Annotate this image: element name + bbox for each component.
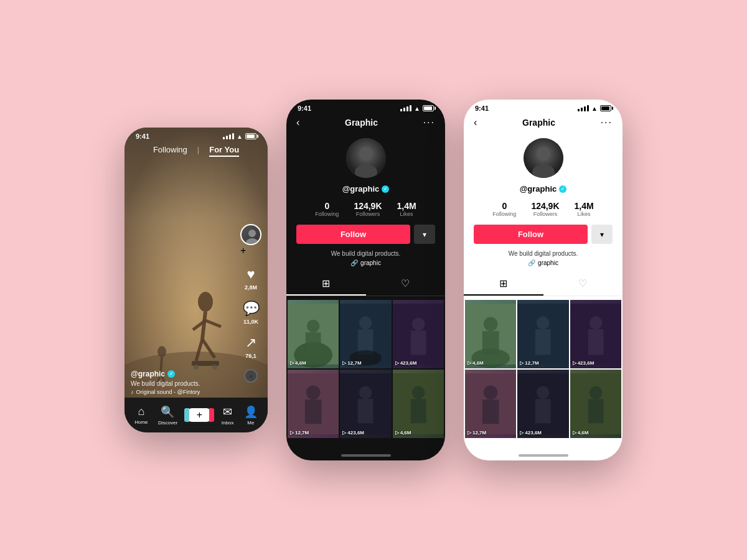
view-count-r4: ▷ 12,7M [467, 430, 486, 436]
status-time-mid: 9:41 [298, 105, 311, 112]
profile-avatar-right [524, 138, 563, 178]
follow-button-mid[interactable]: Follow [296, 225, 410, 244]
svg-point-11 [157, 346, 166, 357]
svg-rect-33 [305, 399, 322, 424]
following-label-right: Following [492, 211, 516, 217]
back-button-right[interactable]: ‹ [474, 117, 477, 128]
profile-link-right: 🔗 graphic [464, 259, 622, 266]
signal-icon-right [578, 105, 589, 111]
nav-me-label: Me [247, 420, 254, 426]
profile-icon: 👤 [244, 405, 258, 419]
wifi-icon-right: ▲ [591, 105, 598, 112]
nav-me[interactable]: 👤 Me [244, 405, 258, 426]
dropdown-button-mid[interactable]: ▾ [414, 225, 435, 244]
avatar-container-mid [286, 133, 445, 184]
tab-videos-right[interactable]: ⊞ [464, 273, 543, 296]
profile-link-mid: 🔗 graphic [286, 259, 445, 266]
stat-likes-mid: 1,4M Likes [397, 201, 416, 217]
follow-button-right[interactable]: Follow [474, 225, 588, 244]
verified-badge-mid: ✓ [382, 185, 389, 193]
creator-avatar[interactable]: + [240, 224, 261, 256]
svg-point-32 [306, 385, 321, 399]
music-note-icon: ♪ [131, 389, 134, 395]
dropdown-button-right[interactable]: ▾ [591, 225, 613, 244]
username-text-right: @graphic [520, 184, 557, 194]
content-tabs-mid: ⊞ ♡ [286, 273, 445, 296]
profile-title-mid: Graphic [345, 118, 378, 128]
link-text-mid: graphic [360, 259, 381, 266]
tab-videos-mid[interactable]: ⊞ [286, 273, 366, 296]
like-button[interactable]: ♥ 2,8M [245, 266, 257, 291]
battery-icon-right [600, 105, 611, 111]
username-text-mid: @graphic [342, 184, 380, 194]
video-thumb-r4[interactable]: ▷ 12,7M [465, 370, 516, 438]
video-thumb-r2[interactable]: ▷ 12,7M [517, 300, 568, 368]
wifi-icon-mid: ▲ [414, 105, 420, 112]
link-text-right: graphic [538, 259, 558, 266]
status-time: 9:41 [136, 133, 149, 140]
video-thumb-6[interactable]: ▷ 4,6M [393, 370, 444, 438]
verified-badge-right: ✓ [559, 185, 566, 193]
follow-row-right: Follow ▾ [464, 225, 622, 244]
signal-icon-mid [400, 105, 411, 111]
nav-discover-label: Discover [158, 420, 177, 426]
video-thumb-r6[interactable]: ▷ 4,6M [570, 370, 621, 438]
view-count-r5: ▷ 423,6M [520, 430, 542, 436]
stat-following-mid: 0 Following [315, 201, 339, 217]
video-grid-right: ▷ 4,6M ▷ 12,7M ▷ 423,6M ▷ 12, [464, 300, 622, 438]
nav-discover[interactable]: 🔍 Discover [158, 405, 177, 426]
battery-icon-mid [423, 105, 434, 111]
profile-bio-right: We build digital products. [464, 250, 622, 257]
stat-followers-mid: 124,9K Followers [354, 201, 382, 217]
comment-button[interactable]: 💬 11,0K [243, 301, 260, 325]
create-icon: + [188, 408, 210, 422]
profile-username-right: @graphic ✓ [464, 184, 622, 194]
svg-point-10 [212, 365, 217, 370]
nav-create[interactable]: + [187, 408, 211, 422]
svg-point-51 [590, 317, 603, 330]
share-button[interactable]: ↗ 76,1 [245, 335, 256, 359]
follow-plus-badge[interactable]: + [240, 245, 261, 256]
video-thumb-r1[interactable]: ▷ 4,6M [465, 300, 516, 368]
followers-label-mid: Followers [356, 211, 380, 217]
svg-point-54 [484, 385, 498, 399]
stat-likes-right: 1,4M Likes [575, 201, 594, 217]
profile-header-right: ‹ Graphic ··· [464, 114, 622, 133]
stat-followers-right: 124,9K Followers [531, 201, 559, 217]
profile-header-mid: ‹ Graphic ··· [286, 114, 445, 133]
tab-liked-right[interactable]: ♡ [543, 273, 623, 296]
video-thumb-r5[interactable]: ▷ 423,6M [517, 370, 568, 438]
video-thumb-4[interactable]: ▷ 12,7M [288, 370, 339, 438]
followers-count-right: 124,9K [531, 201, 559, 211]
back-button-mid[interactable]: ‹ [296, 117, 299, 128]
view-count-r2: ▷ 12,7M [520, 360, 538, 366]
nav-home[interactable]: ⌂ Home [134, 405, 148, 425]
video-thumb-2[interactable]: ▷ 12,7M [340, 300, 391, 368]
status-bar-mid: 9:41 ▲ [286, 100, 445, 114]
more-button-mid[interactable]: ··· [423, 117, 435, 128]
feed-description: We build digital products. [131, 380, 237, 387]
svg-rect-39 [410, 399, 426, 423]
feed-sound: ♪ Original sound - @Fintory [131, 389, 237, 395]
svg-point-18 [359, 147, 373, 161]
svg-rect-30 [410, 330, 426, 355]
svg-rect-55 [482, 399, 499, 424]
video-thumb-r3[interactable]: ▷ 423,6M [570, 300, 621, 368]
heart-icon: ♥ [247, 266, 255, 282]
following-label-mid: Following [315, 211, 339, 217]
following-tab[interactable]: Following [153, 145, 187, 157]
phone-profile-dark: 9:41 ▲ ‹ Graphic ··· [286, 100, 445, 460]
battery-icon [245, 133, 256, 139]
svg-point-25 [359, 317, 372, 330]
for-you-tab[interactable]: For You [209, 145, 239, 157]
video-thumb-5[interactable]: ▷ 423,6M [340, 370, 391, 438]
video-thumb-3[interactable]: ▷ 423,6M [393, 300, 444, 368]
nav-inbox[interactable]: ✉ Inbox [222, 405, 234, 426]
svg-point-41 [537, 147, 550, 161]
likes-label-mid: Likes [400, 211, 413, 217]
tab-liked-mid[interactable]: ♡ [366, 273, 446, 296]
phone-feed: 9:41 ▲ Following | For You [125, 128, 268, 432]
more-button-right[interactable]: ··· [601, 117, 613, 128]
video-thumb-1[interactable]: ▷ 4,6M [288, 300, 339, 368]
svg-rect-23 [306, 332, 321, 355]
